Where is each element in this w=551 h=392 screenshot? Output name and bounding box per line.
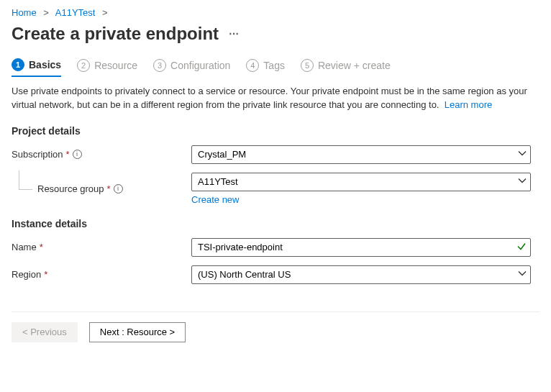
tab-resource[interactable]: 2 Resource: [77, 58, 137, 77]
step-number-icon: 5: [301, 59, 314, 72]
wizard-footer: < Previous Next : Resource >: [12, 311, 539, 352]
step-number-icon: 3: [153, 59, 166, 72]
step-label: Review + create: [318, 60, 391, 71]
page-title: Create a private endpoint ⋯: [12, 24, 539, 44]
step-number-icon: 2: [77, 59, 90, 72]
info-icon[interactable]: i: [73, 150, 82, 159]
required-icon: *: [66, 149, 70, 160]
section-instance-details: Instance details: [12, 218, 539, 229]
steps-nav: 1 Basics 2 Resource 3 Configuration 4 Ta…: [12, 58, 539, 78]
tab-basics[interactable]: 1 Basics: [12, 58, 61, 77]
required-icon: *: [40, 242, 43, 252]
step-label: Resource: [94, 60, 137, 71]
tab-configuration[interactable]: 3 Configuration: [153, 58, 230, 77]
page-title-text: Create a private endpoint: [12, 24, 219, 44]
step-label: Basics: [29, 59, 61, 70]
breadcrumb-sep: >: [43, 7, 49, 18]
required-icon: *: [44, 269, 47, 280]
row-subscription: Subscription * i: [12, 145, 539, 164]
label-text: Region: [12, 269, 41, 280]
next-button[interactable]: Next : Resource >: [89, 322, 186, 342]
info-text: Use private endpoints to privately conne…: [12, 85, 539, 112]
previous-button: < Previous: [12, 322, 78, 342]
row-region: Region *: [12, 265, 539, 284]
learn-more-link[interactable]: Learn more: [445, 99, 492, 110]
name-input[interactable]: [191, 238, 531, 257]
step-number-icon: 1: [12, 58, 24, 71]
label-resource-group: Resource group * i: [12, 183, 191, 194]
label-name: Name *: [12, 242, 191, 252]
label-text: Name: [12, 242, 37, 252]
region-select[interactable]: [191, 265, 531, 284]
create-new-link[interactable]: Create new: [191, 194, 239, 205]
step-label: Tags: [263, 60, 285, 71]
tab-tags[interactable]: 4 Tags: [246, 58, 285, 77]
more-icon[interactable]: ⋯: [229, 28, 240, 40]
subscription-select[interactable]: [191, 145, 531, 164]
label-text: Resource group: [37, 183, 104, 194]
resource-group-select[interactable]: [191, 173, 531, 191]
breadcrumb: Home > A11YTest >: [12, 7, 539, 18]
breadcrumb-a11ytest[interactable]: A11YTest: [55, 7, 96, 18]
label-subscription: Subscription * i: [12, 149, 191, 160]
step-label: Configuration: [170, 60, 230, 71]
row-resource-group: Resource group * i Create new: [12, 173, 539, 205]
required-icon: *: [107, 183, 111, 194]
section-project-details: Project details: [12, 125, 539, 137]
row-name: Name *: [12, 238, 539, 257]
breadcrumb-sep: >: [102, 7, 108, 18]
breadcrumb-home[interactable]: Home: [12, 7, 37, 18]
step-number-icon: 4: [246, 59, 259, 72]
label-region: Region *: [12, 269, 191, 280]
info-icon[interactable]: i: [114, 184, 123, 193]
tab-review-create[interactable]: 5 Review + create: [301, 58, 391, 77]
label-text: Subscription: [12, 149, 63, 160]
